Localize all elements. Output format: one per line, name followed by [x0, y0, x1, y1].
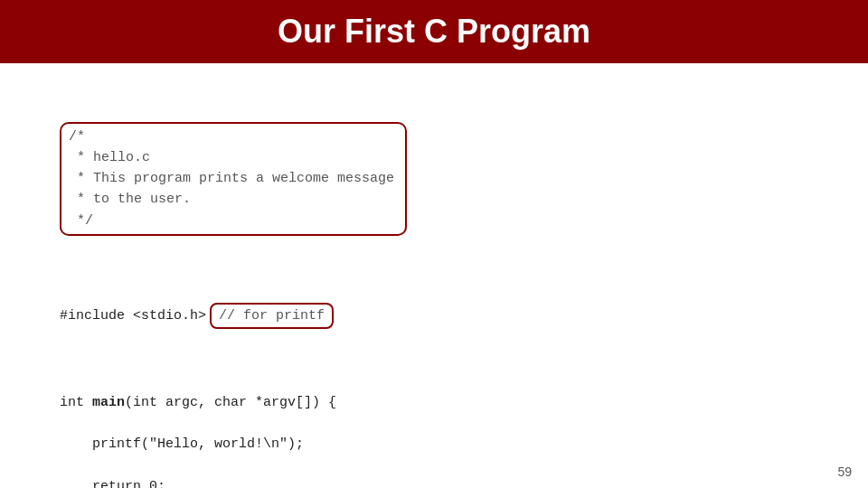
comment-block-highlight: /* * hello.c * This program prints a wel… — [60, 122, 407, 236]
main-content: /* * hello.c * This program prints a wel… — [0, 63, 868, 488]
return-line: return 0; — [60, 479, 165, 489]
inline-comment-highlight: // for printf — [210, 303, 334, 329]
include-line: #include <stdio.h> — [60, 308, 206, 324]
page-number: 59 — [837, 465, 852, 479]
page-header: Our First C Program — [0, 0, 868, 63]
page-title: Our First C Program — [278, 13, 590, 51]
printf-line: printf("Hello, world!\n"); — [60, 436, 304, 452]
comment-block-text: /* * hello.c * This program prints a wel… — [69, 129, 394, 229]
code-block: /* * hello.c * This program prints a wel… — [27, 80, 841, 488]
main-function-line: int main(int argc, char *argv[]) { — [60, 395, 336, 410]
inline-comment-text: // for printf — [219, 308, 325, 324]
